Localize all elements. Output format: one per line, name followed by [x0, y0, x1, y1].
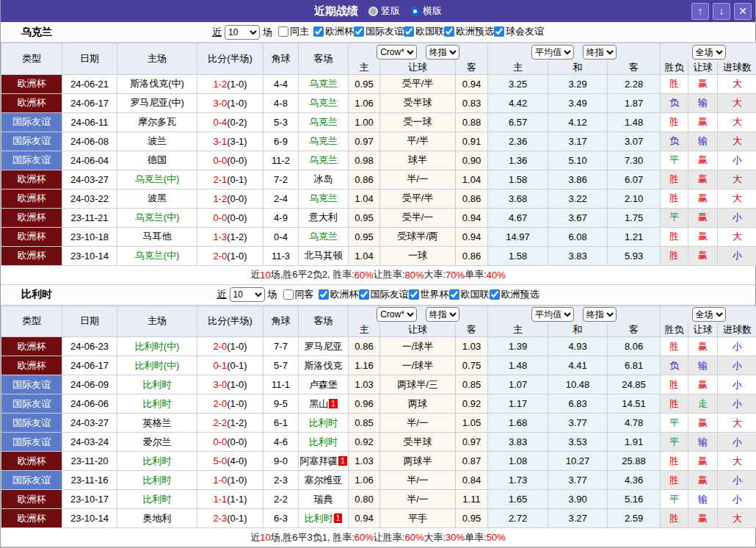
away-team: 斯洛伐克: [299, 356, 349, 375]
league-filter-0-checkbox[interactable]: [313, 26, 324, 37]
league-filter-3-checkbox[interactable]: [449, 289, 459, 300]
match-date: 24-03-24: [62, 433, 117, 452]
away-team: 比利时: [299, 414, 349, 433]
score: 3-0(1-0): [197, 93, 263, 112]
league-filter-0[interactable]: 欧洲杯: [313, 25, 354, 38]
match-row: 国际友谊24-03-27英格兰2-2(1-2)6-1比利时0.85半/一1.05…: [1, 414, 756, 433]
handicap-result: 输: [688, 433, 718, 452]
col-handicap-result: 让球: [688, 61, 718, 75]
avg-home-odds: 1.07: [488, 375, 548, 394]
league-filter-3[interactable]: 欧洲预选: [444, 25, 494, 38]
scope-select[interactable]: 全场: [692, 307, 726, 322]
avg-draw-odds: 3.49: [548, 93, 608, 112]
same-venue-filter[interactable]: 同客: [283, 288, 314, 301]
same-venue-filter-checkbox[interactable]: [283, 289, 294, 300]
handicap-away-odds: 0.97: [456, 433, 488, 452]
away-team: 阿塞拜疆1: [299, 452, 349, 471]
wdl-result: 平: [661, 151, 688, 170]
away-team: 冰岛: [299, 170, 349, 189]
handicap-result: 输: [688, 93, 718, 112]
handicap-line: 受平/半: [380, 74, 456, 93]
handicap-line: 半/一: [380, 471, 456, 490]
up-arrow-icon: ↑: [698, 5, 703, 17]
results-table: 类型 日期 主场 比分(半场) 角球 客场 Crow* 终指 平均值 终指 全场: [1, 43, 756, 266]
away-team: 罗马尼亚: [299, 337, 349, 356]
same-venue-filter[interactable]: 同主: [278, 25, 309, 38]
match-date: 23-10-17: [62, 490, 117, 509]
handicap-result: 赢: [688, 452, 718, 471]
match-row: 欧洲杯23-11-21乌克兰(中)0-0(0-0)4-9意大利0.95受半/一0…: [1, 208, 756, 227]
scroll-up-button[interactable]: ↑: [691, 3, 709, 20]
handicap-result: 赢: [688, 170, 718, 189]
wdl-result: 负: [661, 131, 688, 151]
match-count-select[interactable]: 10: [225, 25, 260, 40]
league-filter-2[interactable]: 欧国联: [404, 25, 444, 38]
radio-vertical-layout[interactable]: 竖版: [368, 4, 400, 18]
close-button[interactable]: ✕: [734, 3, 752, 20]
handicap-home-odds: 0.94: [349, 509, 380, 528]
final-index-select[interactable]: 终指: [426, 45, 459, 60]
handicap-result: 输: [688, 490, 718, 509]
match-date: 23-11-21: [62, 208, 117, 227]
home-team: 英格兰: [117, 414, 197, 433]
avg-home-odds: 1.65: [488, 490, 548, 509]
avg-home-odds: 1.58: [488, 246, 548, 265]
same-venue-filter-checkbox[interactable]: [278, 26, 288, 37]
home-team: 波兰: [117, 131, 197, 151]
match-row: 国际友谊24-06-06比利时2-0(1-0)9-5黑山10.96两球0.921…: [1, 394, 756, 414]
scroll-down-button[interactable]: ↓: [713, 3, 730, 20]
col-handicap-home: 主: [349, 61, 380, 75]
avg-draw-odds: 6.08: [548, 227, 608, 246]
goals-result: 小: [718, 337, 756, 356]
league-filter-4-checkbox[interactable]: [494, 26, 504, 37]
avg-away-odds: 6.81: [608, 356, 661, 375]
league-filter-1-checkbox[interactable]: [354, 26, 364, 37]
titlebar: 近期战绩 竖版 横版 ↑ ↓ ✕: [1, 0, 755, 22]
final-index-select[interactable]: 终指: [426, 307, 459, 322]
wdl-result: 平: [661, 433, 688, 452]
league-filter-1[interactable]: 国际友谊: [359, 288, 409, 301]
final-index-select-2[interactable]: 终指: [583, 307, 617, 322]
wdl-result: 胜: [661, 452, 688, 471]
goals-result: 大: [718, 112, 756, 131]
league-filter-1[interactable]: 国际友谊: [354, 25, 404, 38]
handicap-away-odds: 0.88: [456, 112, 488, 131]
match-date: 24-06-09: [62, 375, 117, 394]
near-label: 近: [212, 26, 222, 39]
same-venue-filter-label: 同客: [295, 288, 314, 301]
summary-segment: 60%: [355, 532, 374, 543]
league-filter-4-checkbox[interactable]: [490, 289, 500, 300]
league-filter-4[interactable]: 球会友谊: [494, 25, 544, 38]
match-count-select[interactable]: 10: [230, 287, 265, 302]
avg-draw-odds: 6.83: [548, 394, 608, 414]
radio-horizontal-layout[interactable]: 横版: [410, 4, 442, 18]
col-date: 日期: [62, 306, 117, 337]
league-filter-2[interactable]: 世界杯: [409, 288, 449, 301]
league-filter-2-checkbox[interactable]: [409, 289, 419, 300]
match-date: 24-06-11: [62, 112, 117, 131]
away-team: 乌克兰: [299, 227, 349, 246]
scope-select[interactable]: 全场: [692, 45, 726, 60]
odds-company-select[interactable]: Crow*: [377, 307, 417, 322]
away-team: 乌克兰: [299, 93, 349, 112]
wdl-result: 平: [661, 490, 688, 509]
league-filter-1-checkbox[interactable]: [359, 289, 369, 300]
league-type: 欧洲杯: [1, 227, 62, 246]
league-filter-0-checkbox[interactable]: [319, 289, 329, 300]
average-select[interactable]: 平均值: [531, 307, 574, 322]
avg-home-odds: 1.17: [488, 394, 548, 414]
score: 1-2(1-0): [197, 74, 263, 93]
league-filter-3-checkbox[interactable]: [444, 26, 454, 37]
odds-company-select[interactable]: Crow*: [377, 45, 417, 60]
league-filter-2-checkbox[interactable]: [404, 26, 414, 37]
league-type: 欧洲杯: [1, 208, 62, 227]
league-filters: 同客欧洲杯国际友谊世界杯欧国联欧洲预选: [277, 288, 539, 302]
home-team: 斯洛伐克(中): [117, 74, 197, 93]
league-filter-4[interactable]: 欧洲预选: [490, 288, 539, 301]
final-index-select-2[interactable]: 终指: [583, 45, 617, 60]
average-select[interactable]: 平均值: [531, 45, 574, 60]
league-filter-0[interactable]: 欧洲杯: [319, 288, 359, 301]
league-filter-3[interactable]: 欧国联: [449, 288, 490, 301]
handicap-home-odds: 1.16: [349, 356, 380, 375]
goals-result: 大: [718, 414, 756, 433]
